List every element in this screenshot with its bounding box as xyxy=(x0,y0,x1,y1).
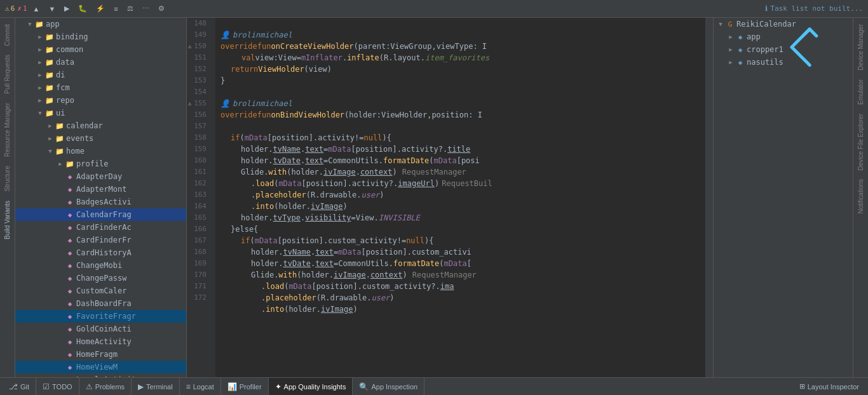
tab-git[interactable]: ⎇ Git xyxy=(3,378,36,395)
tree-item-GoldCoinActi[interactable]: ◆ GoldCoinActi xyxy=(15,323,186,335)
file-icon-CardFinderAc: ◆ xyxy=(65,224,75,232)
warning-icon: ⚠ xyxy=(5,4,10,13)
tree-item-CalendarFrag[interactable]: ◆ CalendarFrag xyxy=(15,208,186,221)
tab-todo[interactable]: ☑ TODO xyxy=(36,378,79,395)
gradle-root[interactable]: ▼ G ReikiCalendar xyxy=(714,18,853,30)
tab-logcat-label: Logcat xyxy=(193,383,214,391)
vtab-resource-manager[interactable]: Resource Manager xyxy=(3,99,12,161)
line-numbers: 148 149 150 151 152 153 154 155 156 157 … xyxy=(187,18,215,377)
tree-item-HomeFragm[interactable]: ◆ HomeFragm xyxy=(15,348,186,361)
editor-scrollbar[interactable] xyxy=(705,18,713,377)
tree-item-di[interactable]: ▶ 📁 di xyxy=(15,69,186,81)
coverage-button[interactable]: ⚖ xyxy=(124,3,137,14)
more-button[interactable]: ⋯ xyxy=(139,3,153,14)
fn-onCreateViewHolder: onCreateViewHolder xyxy=(271,41,353,52)
vtab-structure[interactable]: Structure xyxy=(3,162,12,196)
tree-item-CardHistoryA[interactable]: ◆ CardHistoryA xyxy=(15,246,186,259)
tree-arrow-common: ▶ xyxy=(36,46,44,53)
attach-button[interactable]: ⚡ xyxy=(93,3,108,14)
tree-item-ChangePassw[interactable]: ◆ ChangePassw xyxy=(15,272,186,285)
tree-item-home[interactable]: ▼ 📁 home xyxy=(15,145,186,157)
tree-label-DashBoardFra: DashBoardFra xyxy=(76,299,132,308)
file-icon-ChangeMobi: ◆ xyxy=(65,262,75,270)
tab-git-label: Git xyxy=(20,383,29,391)
line-num-153: 153 xyxy=(187,75,210,86)
tree-label-HomeViewM: HomeViewM xyxy=(76,363,118,372)
vtab-emulator[interactable]: Emulator xyxy=(856,76,865,109)
code-lines: 148 149 150 151 152 153 154 155 156 157 … xyxy=(187,18,713,377)
tab-profiler[interactable]: 📊 Profiler xyxy=(221,378,269,395)
vtab-commit[interactable]: Commit xyxy=(3,20,12,50)
tree-item-AdapterDay[interactable]: ◆ AdapterDay xyxy=(15,170,186,183)
run-button[interactable]: ▶ xyxy=(61,3,72,14)
line-num-149: 149 xyxy=(187,29,210,41)
tree-item-common[interactable]: ▶ 📁 common xyxy=(15,43,186,56)
tree-item-DashBoardFra[interactable]: ◆ DashBoardFra xyxy=(15,297,186,310)
file-icon-CardFinderFr: ◆ xyxy=(65,236,75,244)
tree-item-ui[interactable]: ▼ 📁 ui xyxy=(15,107,186,119)
gradle-arrow-app: ▶ xyxy=(726,34,735,40)
app-inspection-icon: 🔍 xyxy=(359,382,369,391)
line-num-170: 170 xyxy=(187,269,210,281)
tree-item-HomeViewM[interactable]: ◆ HomeViewM xyxy=(15,361,186,373)
vtab-device-manager[interactable]: Device Manager xyxy=(856,20,865,74)
info-icon: ℹ xyxy=(765,4,768,13)
tree-item-profile[interactable]: ▶ 📁 profile xyxy=(15,157,186,170)
tab-app-quality[interactable]: ✦ App Quality Insights xyxy=(269,378,353,395)
vtab-notifications[interactable]: Notifications xyxy=(856,175,865,217)
tree-label-CardHistoryA: CardHistoryA xyxy=(76,248,132,257)
line-num-161: 161 xyxy=(187,166,210,178)
line-num-150: 150 xyxy=(187,41,210,52)
folder-icon-data: 📁 xyxy=(44,58,55,67)
debug-button[interactable]: 🐛 xyxy=(75,3,90,14)
tree-item-CardFinderAc[interactable]: ◆ CardFinderAc xyxy=(15,221,186,234)
line-num-163: 163 xyxy=(187,189,210,201)
vtab-build-variants[interactable]: Build Variants xyxy=(3,197,12,243)
gradle-item-nasutils[interactable]: ▶ ◆ nasutils xyxy=(714,56,853,69)
layout-inspector-button[interactable]: ⊞ Layout Inspector xyxy=(793,382,865,391)
tree-item-CustomCaler[interactable]: ◆ CustomCaler xyxy=(15,285,186,297)
tree-item-fcm[interactable]: ▶ 📁 fcm xyxy=(15,81,186,94)
folder-icon-app: 📁 xyxy=(34,20,44,29)
vtab-device-file-explorer[interactable]: Device File Explorer xyxy=(856,110,865,174)
file-icon-BadgesActivi: ◆ xyxy=(65,198,75,206)
toolbar-right: ℹ Task list not built... xyxy=(765,4,863,13)
tree-item-data[interactable]: ▶ 📁 data xyxy=(15,56,186,69)
tree-item-AdapterMont[interactable]: ◆ AdapterMont xyxy=(15,183,186,196)
profile-button[interactable]: ≡ xyxy=(111,4,121,14)
tab-terminal[interactable]: ▶ Terminal xyxy=(132,378,180,395)
folder-icon-ui: 📁 xyxy=(44,109,55,117)
nav-up-button[interactable]: ▲ xyxy=(30,4,43,14)
task-label: Task list not built... xyxy=(770,4,863,13)
file-icon-CardHistoryA: ◆ xyxy=(65,249,75,257)
tree-label-FavoriteFragr: FavoriteFragr xyxy=(76,312,136,321)
tree-item-CardFinderFr[interactable]: ◆ CardFinderFr xyxy=(15,234,186,246)
settings-button[interactable]: ⚙ xyxy=(155,3,168,14)
nav-down-button[interactable]: ▼ xyxy=(45,4,58,14)
tree-item-binding[interactable]: ▶ 📁 binding xyxy=(15,30,186,43)
gradle-item-app[interactable]: ▶ ◆ app xyxy=(714,30,853,43)
tree-item-HomeActivity[interactable]: ◆ HomeActivity xyxy=(15,335,186,348)
tree-item-app[interactable]: ▼ 📁 app xyxy=(15,18,186,30)
tree-item-events[interactable]: ▶ 📁 events xyxy=(15,132,186,145)
tab-problems[interactable]: ⚠ Problems xyxy=(79,378,132,395)
tree-item-FavoriteFragr[interactable]: ◆ FavoriteFragr xyxy=(15,310,186,323)
tree-item-repo[interactable]: ▶ 📁 repo xyxy=(15,94,186,107)
tree-item-BadgesActivi[interactable]: ◆ BadgesActivi xyxy=(15,196,186,208)
vtab-pull-requests[interactable]: Pull Requests xyxy=(3,51,12,98)
tree-label-GoldCoinActi: GoldCoinActi xyxy=(76,325,132,333)
gradle-icon-cropper1: ◆ xyxy=(735,46,745,54)
file-icon-FavoriteFragr: ◆ xyxy=(65,312,75,321)
code-line-150: override fun onCreateViewHolder ( parent… xyxy=(215,41,705,52)
tree-label-CustomCaler: CustomCaler xyxy=(76,286,126,295)
code-content[interactable]: 👤 brolinmichael override fun onCreateVie… xyxy=(215,18,705,377)
tree-item-calendar[interactable]: ▶ 📁 calendar xyxy=(15,119,186,132)
tree-label-profile: profile xyxy=(76,159,109,168)
tree-label-events: events xyxy=(66,134,93,143)
tab-logcat[interactable]: ≡ Logcat xyxy=(180,378,221,395)
file-icon-GoldCoinActi: ◆ xyxy=(65,325,75,333)
tab-app-inspection[interactable]: 🔍 App Inspection xyxy=(353,378,424,395)
tree-item-ChangeMobi[interactable]: ◆ ChangeMobi xyxy=(15,259,186,272)
line-num-152: 152 xyxy=(187,64,210,75)
gradle-item-cropper1[interactable]: ▶ ◆ cropper1 xyxy=(714,43,853,56)
